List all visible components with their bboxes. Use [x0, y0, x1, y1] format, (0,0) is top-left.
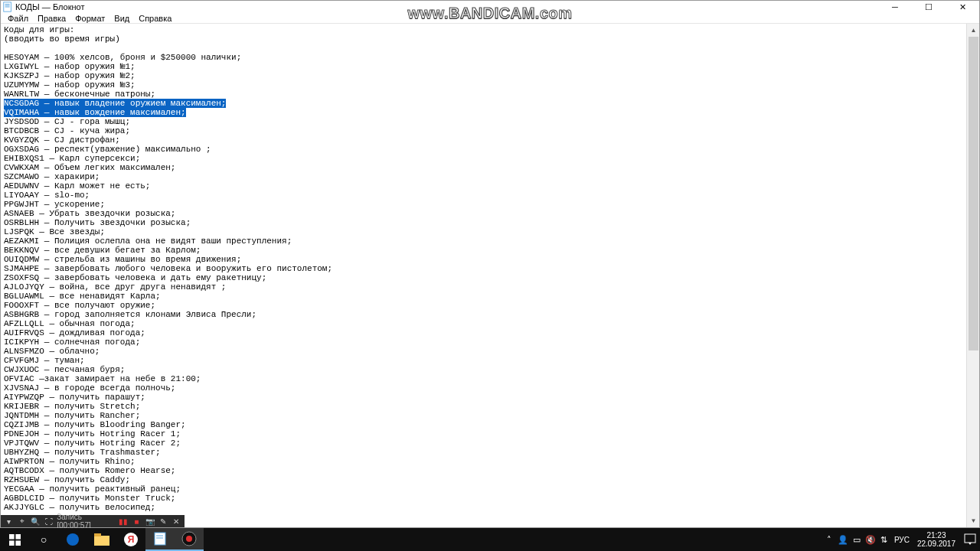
close-button[interactable]: ✕	[946, 1, 979, 13]
svg-rect-18	[965, 534, 975, 543]
tray-people-icon[interactable]: 👤	[836, 528, 850, 551]
bandicam-pencil-icon[interactable]: ✎	[158, 516, 168, 527]
menu-file[interactable]: Файл	[4, 14, 32, 23]
tray-notifications-icon[interactable]	[960, 528, 980, 551]
text-line[interactable]: ALNSFMZO — облачно;	[4, 347, 963, 356]
text-line[interactable]: AIWPRTON — получить Rhino;	[4, 457, 963, 466]
bandicam-close-icon[interactable]: ✕	[172, 516, 181, 527]
tray-volume-icon[interactable]: 🔇	[864, 528, 877, 551]
taskbar-bandicam-icon[interactable]	[175, 528, 204, 551]
text-line[interactable]: KRIJEBR — получить Stretch;	[4, 402, 963, 411]
bandicam-stop-icon[interactable]: ■	[132, 516, 142, 527]
text-line[interactable]: AEZAKMI — Полиция ослепла она не видят в…	[4, 236, 963, 246]
bandicam-pause-icon[interactable]: ▮▮	[118, 516, 128, 527]
text-line[interactable]: XJVSNAJ — в городе всегда полночь;	[4, 383, 963, 393]
text-line[interactable]: VQIMAHA — навык вождение максимален;	[4, 108, 963, 117]
text-line[interactable]: OSRBLHH — Получить звездочки розыска;	[4, 218, 963, 227]
text-line[interactable]: OUIQDMW — стрельба из машины во время дв…	[4, 255, 963, 264]
text-line[interactable]	[4, 44, 963, 53]
svg-rect-9	[94, 536, 109, 546]
menubar: Файл Правка Формат Вид Справка	[1, 13, 979, 24]
bandicam-camera-icon[interactable]: 📷	[145, 516, 155, 527]
bandicam-menu-icon[interactable]: ▾	[4, 516, 14, 527]
text-line[interactable]: AUIFRVQS — дождливая погода;	[4, 328, 963, 337]
tray-clock[interactable]: 21:23 22.09.2017	[913, 531, 960, 548]
text-line[interactable]: ASBHGRB — город заполняется клонами Элви…	[4, 310, 963, 319]
minimize-button[interactable]: ─	[878, 1, 912, 13]
text-line[interactable]: PDNEJOH — получить Hotring Racer 1;	[4, 429, 963, 439]
text-line[interactable]: KVGYZQK — CJ дистрофан;	[4, 135, 963, 145]
menu-edit[interactable]: Правка	[34, 14, 70, 23]
text-line[interactable]: NCSGDAG — навык владение оружием максима…	[4, 99, 963, 108]
text-line[interactable]: LXGIWYL — набор оружия №1;	[4, 62, 963, 71]
tray-language[interactable]: РУС	[891, 536, 913, 544]
text-line[interactable]: AFZLLQLL — обычная погода;	[4, 319, 963, 328]
text-line[interactable]: UBHYZHQ — получить Trashmaster;	[4, 448, 963, 457]
text-line[interactable]: WANRLTW — бесконечные патроны;	[4, 90, 963, 99]
text-line[interactable]: ASNAEB — Убрать звездочки розыска;	[4, 209, 963, 218]
text-line[interactable]: CWJXUOC — песчаная буря;	[4, 365, 963, 374]
text-line[interactable]: SZCMAWO — харакири;	[4, 172, 963, 181]
text-line[interactable]: VPJTQWV — получить Hotring Racer 2;	[4, 439, 963, 448]
scrollbar-thumb[interactable]	[969, 37, 978, 350]
tray-chevron-icon[interactable]: ˄	[822, 528, 836, 551]
text-line[interactable]: CVWKXAM — Объем легких максимален;	[4, 163, 963, 172]
text-line[interactable]: OFVIAC —закат замирает на небе в 21:00;	[4, 374, 963, 383]
text-line[interactable]: AEDUWNV — Карл может не есть;	[4, 181, 963, 191]
bandicam-fullscreen-icon[interactable]: ⛶	[44, 516, 54, 527]
svg-rect-5	[15, 534, 21, 540]
text-line[interactable]: EHIBXQS1 — Карл суперсекси;	[4, 154, 963, 163]
text-line[interactable]: Коды для игры:	[4, 25, 963, 34]
text-line[interactable]: SJMAHPE — завербовать любого человека и …	[4, 264, 963, 273]
titlebar[interactable]: КОДЫ — Блокнот ─ ☐ ✕	[1, 1, 979, 13]
start-button[interactable]	[0, 528, 29, 551]
text-line[interactable]: LJSPQK — Все звезды;	[4, 227, 963, 236]
text-line[interactable]: ICIKPYH — солнечная погода;	[4, 337, 963, 347]
bandicam-search-icon[interactable]: 🔍	[31, 516, 41, 527]
bandicam-target-icon[interactable]: ⌖	[17, 516, 27, 527]
text-line[interactable]: BTCDBCB — CJ - куча жира;	[4, 126, 963, 135]
taskbar-notepad-icon[interactable]	[145, 528, 175, 551]
text-line[interactable]: BGLUAWML — все ненавидят Карла;	[4, 292, 963, 301]
tray-network-icon[interactable]: ⇅	[877, 528, 891, 551]
text-line[interactable]: JYSDSOD — CJ - гора мышц;	[4, 117, 963, 126]
menu-help[interactable]: Справка	[135, 14, 175, 23]
tray-battery-icon[interactable]: ▭	[850, 528, 864, 551]
menu-format[interactable]: Формат	[71, 14, 109, 23]
text-line[interactable]: (вводить во время игры)	[4, 34, 963, 44]
text-line[interactable]: HESOYAM — 100% хелсов, броня и $250000 н…	[4, 53, 963, 62]
svg-text:Я: Я	[128, 534, 135, 545]
svg-rect-6	[9, 540, 15, 546]
bandicam-toolbar: ▾ ⌖ 🔍 ⛶ Запись [00:00:57] ▮▮ ■ 📷 ✎ ✕	[1, 515, 185, 527]
maximize-button[interactable]: ☐	[912, 1, 946, 13]
text-line[interactable]: RZHSUEW — получить Caddy;	[4, 475, 963, 484]
text-line[interactable]: LIYOAAY — slo-mo;	[4, 191, 963, 200]
taskbar-yandex-icon[interactable]: Я	[116, 528, 145, 551]
text-line[interactable]: AJLOJYQY — война, все друг друга ненавид…	[4, 282, 963, 292]
text-line[interactable]: BEKKNQV — все девушки бегает за Карлом;	[4, 246, 963, 255]
text-line[interactable]: AGBDLCID — получить Monster Truck;	[4, 494, 963, 503]
text-line[interactable]: JQNTDMH — получить Rancher;	[4, 411, 963, 420]
text-line[interactable]: CQZIJMB — получить Bloodring Banger;	[4, 420, 963, 429]
text-line[interactable]: UZUMYMW — набор оружия №3;	[4, 80, 963, 90]
scroll-down-icon[interactable]: ▼	[967, 514, 979, 527]
text-line[interactable]: CFVFGMJ — туман;	[4, 356, 963, 365]
vertical-scrollbar[interactable]: ▲ ▼	[966, 24, 979, 527]
text-line[interactable]: PPGWJHT — ускорение;	[4, 200, 963, 209]
text-line[interactable]: ZSOXFSQ — завербовать человека и дать ем…	[4, 273, 963, 282]
text-line[interactable]: AIYPWZQP — получить парашут;	[4, 393, 963, 402]
text-line[interactable]: KJKSZPJ — набор оружия №2;	[4, 71, 963, 80]
text-line[interactable]: OGXSDAG — респект(уважение) максимально …	[4, 145, 963, 154]
text-line[interactable]: AKJJYGLC — получить велосипед;	[4, 503, 963, 512]
taskbar-cortana-icon[interactable]: ○	[29, 528, 58, 551]
text-area[interactable]: Коды для игры:(вводить во время игры)HES…	[1, 24, 966, 527]
text-line[interactable]: AQTBCODX — получить Romero Hearse;	[4, 466, 963, 475]
taskbar-edge-icon[interactable]	[58, 528, 87, 551]
text-line[interactable]: FOOOXFT — все получают оружие;	[4, 301, 963, 310]
scroll-up-icon[interactable]: ▲	[967, 24, 979, 37]
system-tray: ˄ 👤 ▭ 🔇 ⇅ РУС 21:23 22.09.2017	[822, 528, 980, 551]
svg-point-17	[186, 536, 192, 542]
text-line[interactable]: YECGAA — получить реактивный ранец;	[4, 484, 963, 494]
taskbar-explorer-icon[interactable]	[87, 528, 116, 551]
menu-view[interactable]: Вид	[110, 14, 133, 23]
